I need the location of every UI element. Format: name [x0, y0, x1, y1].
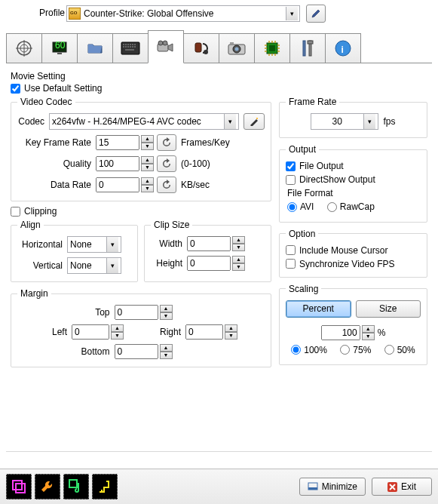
svg-rect-52: [69, 480, 77, 487]
clip-height-input[interactable]: [187, 256, 231, 271]
scale-75-radio[interactable]: 75%: [340, 345, 371, 355]
bottom-bar: Minimize Exit: [0, 469, 438, 504]
svg-rect-13: [134, 44, 136, 45]
spin-down-icon: ▼: [141, 143, 154, 150]
keyframe-input[interactable]: [96, 135, 139, 150]
clip-width-input[interactable]: [187, 236, 231, 251]
svg-rect-15: [125, 46, 127, 48]
margin-left-input[interactable]: [72, 324, 109, 340]
svg-rect-44: [303, 41, 305, 56]
bb-route-button[interactable]: [92, 474, 118, 499]
scale-100-radio[interactable]: 100%: [291, 345, 327, 355]
svg-rect-54: [308, 487, 317, 490]
profile-value: Counter-Strike: Global Offensive: [84, 8, 214, 19]
svg-text:60: 60: [55, 40, 66, 51]
wand-icon: [250, 117, 259, 126]
svg-rect-24: [195, 43, 201, 52]
quality-input[interactable]: [96, 156, 139, 171]
svg-rect-17: [130, 46, 131, 48]
datarate-reset-button[interactable]: [157, 177, 176, 193]
margin-right-input[interactable]: [185, 324, 223, 340]
exit-button[interactable]: Exit: [372, 478, 432, 496]
svg-point-25: [204, 50, 208, 54]
tab-crosshair[interactable]: [6, 33, 42, 63]
refresh-icon: [161, 158, 172, 169]
chevron-down-icon[interactable]: [286, 7, 298, 20]
align-group: Align Horizontal None Vertical None: [11, 220, 138, 282]
svg-rect-46: [308, 41, 313, 44]
keyframe-spinner[interactable]: ▲▼: [141, 135, 154, 150]
edit-profile-button[interactable]: [306, 5, 326, 23]
quality-spinner[interactable]: ▲▼: [141, 156, 154, 171]
margin-bottom-input[interactable]: [115, 344, 158, 359]
minimize-button[interactable]: Minimize: [299, 478, 366, 496]
tab-monitor[interactable]: 60: [41, 33, 78, 63]
scaling-percent-button[interactable]: Percent: [286, 300, 351, 318]
svg-point-23: [163, 41, 167, 45]
directshow-checkbox[interactable]: DirectShow Output: [286, 174, 421, 185]
codec-config-button[interactable]: [244, 113, 265, 130]
tab-info[interactable]: i: [325, 33, 361, 63]
video-codec-group: Video Codec Codec x264vfw - H.264/MPEG-4…: [11, 97, 271, 201]
svg-rect-31: [269, 45, 275, 51]
datarate-input[interactable]: [96, 177, 139, 192]
tab-keyboard[interactable]: [112, 33, 149, 63]
fps-select[interactable]: 30: [311, 113, 378, 130]
svg-rect-11: [130, 44, 131, 45]
option-group: Option Include Mouse Cursor Synchronize …: [279, 229, 427, 278]
datarate-spinner[interactable]: ▲▼: [141, 177, 154, 192]
clipping-checkbox[interactable]: Clipping: [11, 206, 271, 217]
tab-folder[interactable]: [77, 33, 113, 63]
wrench-icon: [39, 478, 56, 495]
spin-up-icon: ▲: [141, 135, 154, 143]
svg-rect-12: [132, 44, 133, 45]
bb-sound-button[interactable]: [63, 474, 89, 499]
svg-rect-50: [13, 481, 22, 490]
scale-50-radio[interactable]: 50%: [384, 345, 415, 355]
use-default-checkbox[interactable]: Use Default Setting: [11, 83, 427, 94]
sync-fps-checkbox[interactable]: Synchronize Video FPS: [286, 259, 421, 269]
mouse-cursor-checkbox[interactable]: Include Mouse Cursor: [286, 245, 421, 256]
tab-screenshot[interactable]: [219, 33, 255, 63]
profile-select[interactable]: Counter-Strike: Global Offensive: [66, 5, 300, 22]
camera-icon: [227, 41, 247, 56]
music-note-icon: [68, 478, 84, 495]
section-title: Movie Setting: [11, 71, 427, 81]
svg-rect-16: [127, 46, 129, 48]
codec-select[interactable]: x264vfw - H.264/MPEG-4 AVC codec: [49, 113, 239, 130]
bb-overlay-button[interactable]: [6, 474, 32, 499]
svg-rect-51: [16, 484, 25, 493]
movie-settings-panel: Movie Setting Use Default Setting Video …: [6, 63, 432, 451]
bb-settings-button[interactable]: [35, 474, 60, 499]
scaling-group: Scaling Percent Size ▲▼ % 100% 75% 50%: [279, 284, 427, 366]
close-icon: [387, 482, 397, 492]
csgo-icon: [69, 8, 81, 20]
rawcap-radio[interactable]: RawCap: [327, 201, 375, 212]
svg-point-28: [235, 48, 239, 51]
align-v-select[interactable]: None: [67, 257, 121, 274]
svg-rect-19: [134, 46, 136, 48]
info-icon: i: [334, 39, 352, 57]
chevron-down-icon[interactable]: [224, 114, 236, 129]
margin-top-input[interactable]: [115, 305, 158, 320]
tab-audio[interactable]: [183, 33, 219, 63]
margin-group: Margin Top ▲▼ Left ▲▼ Right ▲▼: [11, 288, 271, 367]
framerate-group: Frame Rate 30 fps: [279, 97, 427, 138]
tab-tools[interactable]: [289, 33, 326, 63]
separator: [6, 451, 432, 452]
refresh-icon: [161, 137, 172, 148]
align-h-select[interactable]: None: [67, 236, 121, 253]
layers-icon: [11, 478, 27, 495]
quality-reset-button[interactable]: [157, 155, 176, 172]
avi-radio[interactable]: AVI: [287, 201, 314, 212]
svg-point-22: [158, 41, 163, 45]
monitor-icon: 60: [51, 39, 69, 57]
file-output-checkbox[interactable]: File Output: [286, 161, 421, 171]
scaling-size-button[interactable]: Size: [356, 300, 421, 318]
tab-video-capture[interactable]: [148, 30, 184, 63]
pencil-icon: [311, 8, 321, 19]
tab-chip[interactable]: [254, 33, 290, 63]
tools-icon: [299, 39, 316, 57]
keyframe-reset-button[interactable]: [157, 134, 176, 151]
scaling-value-input[interactable]: [321, 325, 360, 340]
